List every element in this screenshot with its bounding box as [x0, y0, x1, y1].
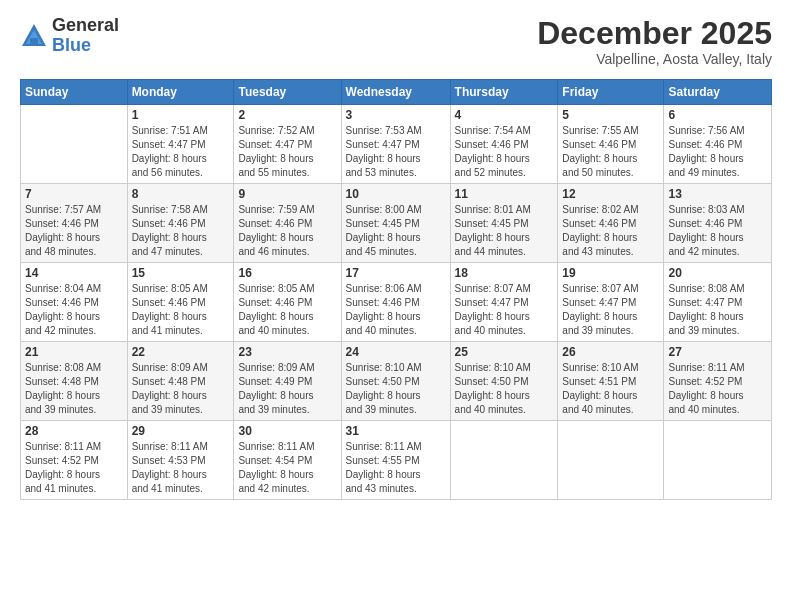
day-info: Sunrise: 8:11 AM Sunset: 4:52 PM Dayligh…: [668, 361, 767, 417]
day-number: 19: [562, 266, 659, 280]
day-number: 28: [25, 424, 123, 438]
day-info: Sunrise: 8:11 AM Sunset: 4:55 PM Dayligh…: [346, 440, 446, 496]
col-saturday: Saturday: [664, 80, 772, 105]
col-tuesday: Tuesday: [234, 80, 341, 105]
day-number: 27: [668, 345, 767, 359]
table-row: 31Sunrise: 8:11 AM Sunset: 4:55 PM Dayli…: [341, 421, 450, 500]
day-info: Sunrise: 8:11 AM Sunset: 4:53 PM Dayligh…: [132, 440, 230, 496]
day-info: Sunrise: 7:54 AM Sunset: 4:46 PM Dayligh…: [455, 124, 554, 180]
day-number: 7: [25, 187, 123, 201]
day-info: Sunrise: 8:05 AM Sunset: 4:46 PM Dayligh…: [132, 282, 230, 338]
day-info: Sunrise: 7:51 AM Sunset: 4:47 PM Dayligh…: [132, 124, 230, 180]
day-number: 20: [668, 266, 767, 280]
calendar-table: Sunday Monday Tuesday Wednesday Thursday…: [20, 79, 772, 500]
day-info: Sunrise: 7:56 AM Sunset: 4:46 PM Dayligh…: [668, 124, 767, 180]
day-info: Sunrise: 8:02 AM Sunset: 4:46 PM Dayligh…: [562, 203, 659, 259]
table-row: [558, 421, 664, 500]
day-info: Sunrise: 8:05 AM Sunset: 4:46 PM Dayligh…: [238, 282, 336, 338]
col-wednesday: Wednesday: [341, 80, 450, 105]
day-info: Sunrise: 8:10 AM Sunset: 4:50 PM Dayligh…: [346, 361, 446, 417]
table-row: [21, 105, 128, 184]
table-row: 7Sunrise: 7:57 AM Sunset: 4:46 PM Daylig…: [21, 184, 128, 263]
day-info: Sunrise: 8:10 AM Sunset: 4:50 PM Dayligh…: [455, 361, 554, 417]
day-number: 16: [238, 266, 336, 280]
day-number: 3: [346, 108, 446, 122]
day-number: 9: [238, 187, 336, 201]
day-info: Sunrise: 7:58 AM Sunset: 4:46 PM Dayligh…: [132, 203, 230, 259]
day-info: Sunrise: 8:06 AM Sunset: 4:46 PM Dayligh…: [346, 282, 446, 338]
table-row: 26Sunrise: 8:10 AM Sunset: 4:51 PM Dayli…: [558, 342, 664, 421]
day-number: 2: [238, 108, 336, 122]
day-number: 13: [668, 187, 767, 201]
table-row: 28Sunrise: 8:11 AM Sunset: 4:52 PM Dayli…: [21, 421, 128, 500]
day-info: Sunrise: 8:09 AM Sunset: 4:48 PM Dayligh…: [132, 361, 230, 417]
day-number: 10: [346, 187, 446, 201]
logo-blue-label: Blue: [52, 36, 119, 56]
table-row: 24Sunrise: 8:10 AM Sunset: 4:50 PM Dayli…: [341, 342, 450, 421]
day-number: 17: [346, 266, 446, 280]
day-number: 18: [455, 266, 554, 280]
table-row: 4Sunrise: 7:54 AM Sunset: 4:46 PM Daylig…: [450, 105, 558, 184]
page: General Blue December 2025 Valpelline, A…: [0, 0, 792, 612]
table-row: 19Sunrise: 8:07 AM Sunset: 4:47 PM Dayli…: [558, 263, 664, 342]
table-row: 3Sunrise: 7:53 AM Sunset: 4:47 PM Daylig…: [341, 105, 450, 184]
day-info: Sunrise: 7:59 AM Sunset: 4:46 PM Dayligh…: [238, 203, 336, 259]
table-row: 22Sunrise: 8:09 AM Sunset: 4:48 PM Dayli…: [127, 342, 234, 421]
day-info: Sunrise: 8:08 AM Sunset: 4:47 PM Dayligh…: [668, 282, 767, 338]
day-number: 26: [562, 345, 659, 359]
table-row: [450, 421, 558, 500]
day-info: Sunrise: 7:57 AM Sunset: 4:46 PM Dayligh…: [25, 203, 123, 259]
day-number: 12: [562, 187, 659, 201]
day-info: Sunrise: 8:00 AM Sunset: 4:45 PM Dayligh…: [346, 203, 446, 259]
calendar-week-row: 21Sunrise: 8:08 AM Sunset: 4:48 PM Dayli…: [21, 342, 772, 421]
day-info: Sunrise: 8:03 AM Sunset: 4:46 PM Dayligh…: [668, 203, 767, 259]
logo-icon: [20, 22, 48, 50]
table-row: 14Sunrise: 8:04 AM Sunset: 4:46 PM Dayli…: [21, 263, 128, 342]
table-row: 12Sunrise: 8:02 AM Sunset: 4:46 PM Dayli…: [558, 184, 664, 263]
calendar-week-row: 1Sunrise: 7:51 AM Sunset: 4:47 PM Daylig…: [21, 105, 772, 184]
day-number: 4: [455, 108, 554, 122]
day-number: 30: [238, 424, 336, 438]
logo-text: General Blue: [52, 16, 119, 56]
table-row: 13Sunrise: 8:03 AM Sunset: 4:46 PM Dayli…: [664, 184, 772, 263]
day-number: 14: [25, 266, 123, 280]
svg-rect-2: [30, 38, 38, 46]
table-row: 27Sunrise: 8:11 AM Sunset: 4:52 PM Dayli…: [664, 342, 772, 421]
day-info: Sunrise: 7:53 AM Sunset: 4:47 PM Dayligh…: [346, 124, 446, 180]
calendar-header-row: Sunday Monday Tuesday Wednesday Thursday…: [21, 80, 772, 105]
table-row: 10Sunrise: 8:00 AM Sunset: 4:45 PM Dayli…: [341, 184, 450, 263]
col-thursday: Thursday: [450, 80, 558, 105]
day-info: Sunrise: 8:11 AM Sunset: 4:52 PM Dayligh…: [25, 440, 123, 496]
header: General Blue December 2025 Valpelline, A…: [20, 16, 772, 67]
table-row: 6Sunrise: 7:56 AM Sunset: 4:46 PM Daylig…: [664, 105, 772, 184]
table-row: 23Sunrise: 8:09 AM Sunset: 4:49 PM Dayli…: [234, 342, 341, 421]
col-monday: Monday: [127, 80, 234, 105]
day-number: 15: [132, 266, 230, 280]
month-title: December 2025: [537, 16, 772, 51]
day-number: 22: [132, 345, 230, 359]
table-row: 11Sunrise: 8:01 AM Sunset: 4:45 PM Dayli…: [450, 184, 558, 263]
location-label: Valpelline, Aosta Valley, Italy: [537, 51, 772, 67]
day-number: 23: [238, 345, 336, 359]
day-info: Sunrise: 8:10 AM Sunset: 4:51 PM Dayligh…: [562, 361, 659, 417]
day-number: 29: [132, 424, 230, 438]
table-row: 20Sunrise: 8:08 AM Sunset: 4:47 PM Dayli…: [664, 263, 772, 342]
day-number: 24: [346, 345, 446, 359]
table-row: 1Sunrise: 7:51 AM Sunset: 4:47 PM Daylig…: [127, 105, 234, 184]
day-info: Sunrise: 8:01 AM Sunset: 4:45 PM Dayligh…: [455, 203, 554, 259]
logo: General Blue: [20, 16, 119, 56]
table-row: 5Sunrise: 7:55 AM Sunset: 4:46 PM Daylig…: [558, 105, 664, 184]
col-sunday: Sunday: [21, 80, 128, 105]
day-number: 8: [132, 187, 230, 201]
day-number: 21: [25, 345, 123, 359]
table-row: 25Sunrise: 8:10 AM Sunset: 4:50 PM Dayli…: [450, 342, 558, 421]
table-row: 16Sunrise: 8:05 AM Sunset: 4:46 PM Dayli…: [234, 263, 341, 342]
calendar-week-row: 7Sunrise: 7:57 AM Sunset: 4:46 PM Daylig…: [21, 184, 772, 263]
table-row: 17Sunrise: 8:06 AM Sunset: 4:46 PM Dayli…: [341, 263, 450, 342]
day-number: 1: [132, 108, 230, 122]
day-info: Sunrise: 8:08 AM Sunset: 4:48 PM Dayligh…: [25, 361, 123, 417]
day-info: Sunrise: 8:11 AM Sunset: 4:54 PM Dayligh…: [238, 440, 336, 496]
table-row: [664, 421, 772, 500]
day-info: Sunrise: 8:07 AM Sunset: 4:47 PM Dayligh…: [562, 282, 659, 338]
table-row: 30Sunrise: 8:11 AM Sunset: 4:54 PM Dayli…: [234, 421, 341, 500]
